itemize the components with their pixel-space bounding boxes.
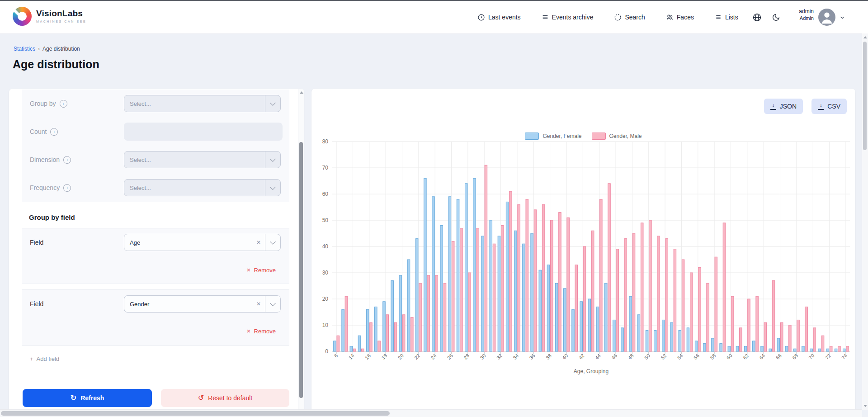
scroll-up-arrow[interactable] [300,91,303,94]
age-distribution-bar-chart[interactable]: 0102030405060708061416182022242628303234… [311,89,855,412]
remove-field-age-button[interactable]: ✕ Remove [22,256,289,284]
chevron-down-icon [270,184,276,190]
svg-text:50: 50 [322,217,329,223]
svg-text:30: 30 [479,353,486,360]
panel-scrollbar-thumb[interactable] [299,142,303,398]
remove-field-gender-button[interactable]: ✕ Remove [22,317,289,346]
svg-text:6: 6 [333,353,339,359]
select-arrow-zone [265,296,280,312]
dimension-select[interactable]: Select... [124,151,281,168]
svg-text:10: 10 [322,322,329,328]
people-icon [666,14,674,21]
user-role: Admin [778,15,814,21]
add-field-button[interactable]: + Add field [30,355,59,362]
filter-row-count: Count i [22,118,289,146]
user-menu[interactable]: admin Admin [778,8,814,21]
frequency-select[interactable]: Select... [124,179,281,196]
svg-text:40: 40 [322,243,329,250]
nav-menu: Last events Events archive Search Faces … [477,1,738,33]
info-icon[interactable]: i [63,156,71,164]
svg-text:58: 58 [709,353,717,360]
reset-label: Reset to default [208,394,252,402]
svg-text:62: 62 [742,353,750,360]
brand-name: VisionLabs [36,9,86,19]
select-arrow-zone [265,234,280,251]
svg-text:70: 70 [807,353,815,360]
menu-lines-icon [542,14,549,21]
field-gender-select[interactable]: Gender ✕ [124,295,281,313]
avatar[interactable] [818,9,835,26]
scroll-down-arrow[interactable] [863,405,867,407]
chevron-down-icon [270,100,276,106]
info-icon[interactable]: i [60,100,67,108]
group-by-select[interactable]: Select... [124,95,281,112]
clear-icon[interactable]: ✕ [252,239,265,246]
filters-panel: Group by i Select... Count i Dimension i… [9,89,304,414]
nav-item-label: Search [625,14,645,21]
panel-scrollbar[interactable] [298,89,304,414]
refresh-button[interactable]: ↻ Refresh [23,389,152,407]
horizontal-scrollbar-thumb[interactable] [1,411,390,416]
svg-text:26: 26 [446,353,454,360]
svg-text:60: 60 [726,353,733,360]
filter-label: Frequency i [22,184,124,192]
count-input[interactable] [124,123,283,141]
nav-item-events-archive[interactable]: Events archive [542,14,594,21]
chevron-down-icon[interactable] [839,14,845,23]
svg-text:22: 22 [413,353,421,360]
scroll-up-arrow[interactable] [863,36,867,38]
svg-text:Age, Grouping: Age, Grouping [574,368,609,374]
select-placeholder: Select... [124,100,265,107]
svg-text:42: 42 [578,353,585,360]
filter-row-frequency: Frequency i Select... [22,174,289,202]
chart-panel: ↓ JSON ↓ CSV Gender, Female Gender, Male… [311,89,855,414]
nav-item-search[interactable]: Search [614,14,645,21]
svg-text:34: 34 [512,353,519,360]
svg-text:38: 38 [545,353,552,360]
svg-text:48: 48 [627,353,635,360]
svg-text:74: 74 [840,353,848,360]
visionlabs-logo-icon[interactable] [13,7,32,26]
select-arrow-zone [265,152,280,168]
chevron-down-icon [270,156,276,162]
field-row-age: Field Age ✕ [22,228,289,257]
svg-text:24: 24 [429,353,437,360]
svg-text:14: 14 [348,353,355,360]
info-icon[interactable]: i [50,128,58,136]
clock-icon [477,14,485,21]
svg-text:64: 64 [758,353,766,360]
svg-text:44: 44 [594,353,602,360]
svg-text:46: 46 [610,353,618,360]
globe-icon[interactable] [752,13,762,22]
svg-text:56: 56 [693,353,700,360]
nav-item-last-events[interactable]: Last events [477,14,521,21]
svg-text:68: 68 [791,353,799,360]
vertical-scrollbar-thumb[interactable] [863,42,867,150]
window-horizontal-scrollbar[interactable] [0,409,862,417]
clear-icon[interactable]: ✕ [252,301,265,307]
frequency-label: Frequency [30,184,60,191]
info-icon[interactable]: i [63,184,71,192]
window-vertical-scrollbar[interactable] [862,33,868,410]
app-window: VisionLabs MACHINES CAN SEE Last events … [0,0,868,417]
count-label: Count [30,128,47,135]
select-value: Age [124,239,252,246]
brand-block: VisionLabs MACHINES CAN SEE [36,9,86,23]
svg-text:28: 28 [462,353,470,360]
filter-row-group-by: Group by i Select... [22,90,289,118]
svg-text:18: 18 [380,353,388,360]
breadcrumb-statistics-link[interactable]: Statistics [14,46,35,52]
nav-item-faces[interactable]: Faces [666,14,694,21]
select-arrow-zone [265,95,280,112]
field-age-select[interactable]: Age ✕ [124,234,281,251]
breadcrumb: Statistics › Age distribution [14,46,80,52]
brand-tagline: MACHINES CAN SEE [36,20,86,23]
filter-label: Dimension i [22,156,124,164]
nav-item-label: Events archive [552,14,594,21]
breadcrumb-current: Age distribution [42,46,80,52]
svg-text:72: 72 [824,353,832,360]
reset-to-default-button[interactable]: ↺ Reset to default [161,389,289,407]
filter-label: Count i [22,128,124,136]
nav-item-lists[interactable]: Lists [715,14,738,21]
svg-text:40: 40 [561,353,569,360]
